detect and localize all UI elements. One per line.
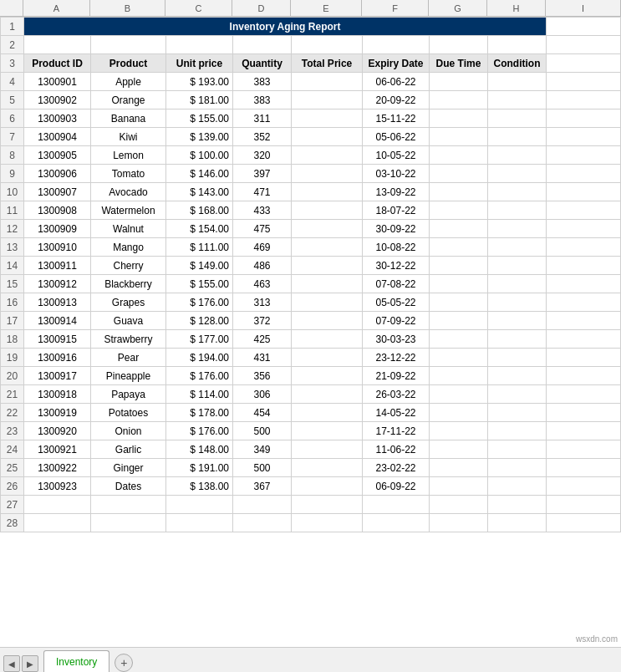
- cell-26-expiry[interactable]: 06-09-22: [363, 477, 430, 496]
- cell-13-price[interactable]: $ 111.00: [166, 238, 233, 257]
- cell-21-expiry[interactable]: 26-03-22: [363, 385, 430, 404]
- cell-25-id[interactable]: 1300922: [24, 459, 91, 477]
- cell-10-total[interactable]: [292, 183, 363, 201]
- cell-23-condition[interactable]: [488, 422, 547, 440]
- cell-14-product[interactable]: Cherry: [91, 257, 166, 275]
- cell-5-price[interactable]: $ 181.00: [166, 91, 233, 109]
- cell-9-due[interactable]: [430, 165, 488, 183]
- cell-20-due[interactable]: [430, 367, 488, 385]
- cell-8-price[interactable]: $ 100.00: [166, 146, 233, 165]
- col-h[interactable]: H: [487, 0, 546, 16]
- cell-23-qty[interactable]: 500: [233, 422, 292, 440]
- cell-19-total[interactable]: [292, 349, 363, 367]
- cell-9-product[interactable]: Tomato: [91, 165, 166, 183]
- cell-26-due[interactable]: [430, 477, 488, 496]
- cell-25-condition[interactable]: [488, 459, 547, 477]
- cell-18-qty[interactable]: 425: [233, 330, 292, 349]
- cell-6-id[interactable]: 1300903: [24, 109, 91, 128]
- cell-9-price[interactable]: $ 146.00: [166, 165, 233, 183]
- cell-14-price[interactable]: $ 149.00: [166, 257, 233, 275]
- cell-9-qty[interactable]: 397: [233, 165, 292, 183]
- cell-7-price[interactable]: $ 139.00: [166, 128, 233, 146]
- cell-19-product[interactable]: Pear: [91, 349, 166, 367]
- cell-26-condition[interactable]: [488, 477, 547, 496]
- cell-24-total[interactable]: [292, 440, 363, 459]
- cell-14-due[interactable]: [430, 257, 488, 275]
- cell-19-condition[interactable]: [488, 349, 547, 367]
- cell-20-id[interactable]: 1300917: [24, 367, 91, 385]
- cell-23-price[interactable]: $ 176.00: [166, 422, 233, 440]
- cell-5-expiry[interactable]: 20-09-22: [363, 91, 430, 109]
- cell-14-id[interactable]: 1300911: [24, 257, 91, 275]
- cell-5-due[interactable]: [430, 91, 488, 109]
- cell-23-product[interactable]: Onion: [91, 422, 166, 440]
- cell-8-expiry[interactable]: 10-05-22: [363, 146, 430, 165]
- cell-24-product[interactable]: Garlic: [91, 440, 166, 459]
- cell-12-expiry[interactable]: 30-09-22: [363, 220, 430, 238]
- cell-18-condition[interactable]: [488, 330, 547, 349]
- cell-20-total[interactable]: [292, 367, 363, 385]
- inventory-tab[interactable]: Inventory: [43, 650, 109, 672]
- cell-22-id[interactable]: 1300919: [24, 404, 91, 422]
- cell-22-due[interactable]: [430, 404, 488, 422]
- cell-1i[interactable]: [547, 18, 621, 36]
- cell-16-product[interactable]: Grapes: [91, 293, 166, 312]
- cell-16-id[interactable]: 1300913: [24, 293, 91, 312]
- cell-10-id[interactable]: 1300907: [24, 183, 91, 201]
- cell-15-condition[interactable]: [488, 275, 547, 293]
- cell-24-condition[interactable]: [488, 440, 547, 459]
- cell-4-expiry[interactable]: 06-06-22: [363, 73, 430, 91]
- cell-21-product[interactable]: Papaya: [91, 385, 166, 404]
- cell-6-price[interactable]: $ 155.00: [166, 109, 233, 128]
- cell-10-condition[interactable]: [488, 183, 547, 201]
- cell-17-condition[interactable]: [488, 312, 547, 330]
- cell-7-total[interactable]: [292, 128, 363, 146]
- cell-18-product[interactable]: Strawberry: [91, 330, 166, 349]
- cell-13-qty[interactable]: 469: [233, 238, 292, 257]
- cell-22-total[interactable]: [292, 404, 363, 422]
- cell-18-due[interactable]: [430, 330, 488, 349]
- cell-9-total[interactable]: [292, 165, 363, 183]
- cell-24-qty[interactable]: 349: [233, 440, 292, 459]
- cell-7-due[interactable]: [430, 128, 488, 146]
- cell-5-total[interactable]: [292, 91, 363, 109]
- col-b[interactable]: B: [90, 0, 165, 16]
- cell-19-expiry[interactable]: 23-12-22: [363, 349, 430, 367]
- cell-13-id[interactable]: 1300910: [24, 238, 91, 257]
- cell-14-qty[interactable]: 486: [233, 257, 292, 275]
- cell-9-condition[interactable]: [488, 165, 547, 183]
- cell-16-qty[interactable]: 313: [233, 293, 292, 312]
- cell-8-total[interactable]: [292, 146, 363, 165]
- cell-13-product[interactable]: Mango: [91, 238, 166, 257]
- cell-8-qty[interactable]: 320: [233, 146, 292, 165]
- cell-4-total[interactable]: [292, 73, 363, 91]
- cell-23-expiry[interactable]: 17-11-22: [363, 422, 430, 440]
- cell-24-due[interactable]: [430, 440, 488, 459]
- cell-13-due[interactable]: [430, 238, 488, 257]
- cell-10-price[interactable]: $ 143.00: [166, 183, 233, 201]
- cell-17-qty[interactable]: 372: [233, 312, 292, 330]
- cell-17-due[interactable]: [430, 312, 488, 330]
- cell-26-total[interactable]: [292, 477, 363, 496]
- cell-10-expiry[interactable]: 13-09-22: [363, 183, 430, 201]
- cell-4-id[interactable]: 1300901: [24, 73, 91, 91]
- cell-25-qty[interactable]: 500: [233, 459, 292, 477]
- col-i[interactable]: I: [546, 0, 621, 16]
- cell-15-id[interactable]: 1300912: [24, 275, 91, 293]
- cell-17-product[interactable]: Guava: [91, 312, 166, 330]
- cell-10-qty[interactable]: 471: [233, 183, 292, 201]
- cell-6-product[interactable]: Banana: [91, 109, 166, 128]
- cell-17-total[interactable]: [292, 312, 363, 330]
- cell-12-price[interactable]: $ 154.00: [166, 220, 233, 238]
- cell-21-price[interactable]: $ 114.00: [166, 385, 233, 404]
- cell-6-total[interactable]: [292, 109, 363, 128]
- col-a[interactable]: A: [23, 0, 90, 16]
- cell-12-condition[interactable]: [488, 220, 547, 238]
- cell-5-qty[interactable]: 383: [233, 91, 292, 109]
- cell-26-id[interactable]: 1300923: [24, 477, 91, 496]
- cell-7-condition[interactable]: [488, 128, 547, 146]
- col-c[interactable]: C: [165, 0, 232, 16]
- cell-4-qty[interactable]: 383: [233, 73, 292, 91]
- cell-20-expiry[interactable]: 21-09-22: [363, 367, 430, 385]
- cell-21-condition[interactable]: [488, 385, 547, 404]
